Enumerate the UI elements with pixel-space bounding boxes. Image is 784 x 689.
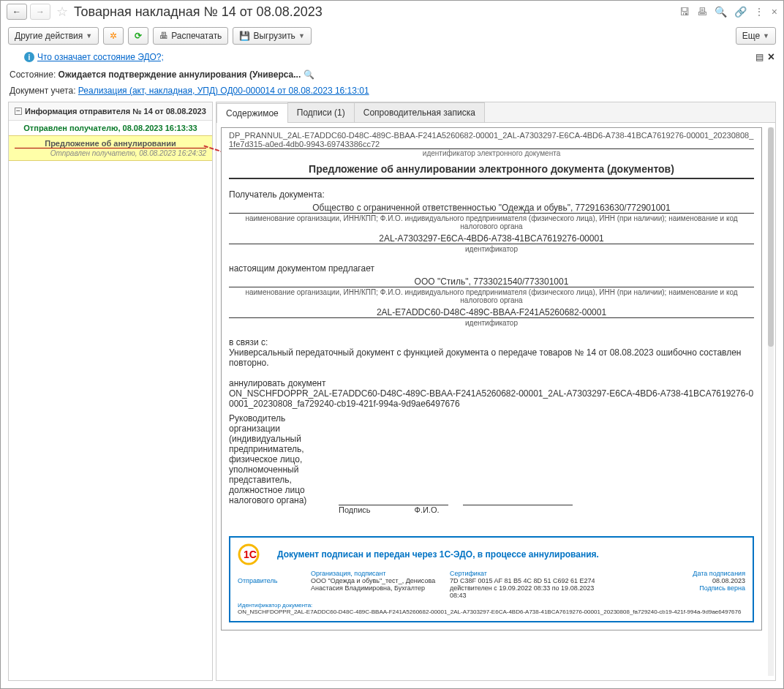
doc-identifier-caption: идентификатор электронного документа (229, 148, 754, 157)
stamp-date-value: 08.08.2023 (611, 577, 745, 584)
sidebar-header-text: Информация отправителя № 14 от 08.08.202… (25, 107, 206, 116)
in-connection-label: в связи с: (229, 337, 754, 347)
svg-text:1С: 1С (244, 549, 257, 560)
recipient-label: Получатель документа: (229, 189, 754, 200)
status-row: Состояние: Ожидается подтверждение аннул… (1, 67, 783, 83)
status-value: Ожидается подтверждение аннулирования (У… (59, 69, 301, 80)
recipient-name: Общество с ограниченной ответственностью… (229, 203, 754, 213)
fio-label: Ф.И.О. (415, 505, 440, 514)
more-button[interactable]: Еще▼ (736, 27, 776, 45)
sidebar-sent-status: Отправлен получателю, 08.08.2023 16:13:3… (9, 121, 212, 135)
sidebar-item-title: Предложение об аннулировании (15, 139, 206, 148)
doc-title: Предложение об аннулировании электронног… (229, 157, 754, 179)
panel-close-icon[interactable]: × (768, 50, 774, 64)
id-caption-1: идентификатор (229, 244, 754, 253)
window-title: Товарная накладная № 14 от 08.08.2023 (74, 4, 676, 20)
printer-icon: 🖶 (159, 31, 168, 41)
tablist: Содержимое Подписи (1) Сопроводительная … (216, 102, 775, 123)
doc-uchet-link[interactable]: Реализация (акт, накладная, УПД) ОД00-00… (78, 86, 369, 96)
sender-name: ООО "Стиль", 7733021540/773301001 (229, 276, 754, 287)
other-actions-button[interactable]: Другие действия▼ (8, 27, 99, 45)
close-icon[interactable]: × (772, 6, 777, 18)
stamp-date-label: Дата подписания (611, 570, 745, 577)
print-icon[interactable]: 🖶 (697, 6, 707, 18)
toolbar: Другие действия▼ ✲ ⟳ 🖶Распечатать 💾Выгру… (1, 23, 783, 49)
tab-cover-note[interactable]: Сопроводительная записка (354, 102, 485, 122)
fio-line (463, 495, 573, 505)
tab-content[interactable]: Содержимое (216, 103, 288, 123)
app-window: ← → ☆ Товарная накладная № 14 от 08.08.2… (0, 0, 784, 689)
stamp-docid-label: Идентификатор документа: (238, 602, 745, 609)
save-icon[interactable]: 🖫 (679, 6, 690, 18)
head-caption: Руководитель организации (индивидуальный… (229, 413, 324, 505)
id-caption-2: идентификатор (229, 317, 754, 327)
refresh-button[interactable]: ⟳ (128, 27, 148, 45)
stamp-org-value: ООО "Одежда и обувь"_тест_, Денисова Ана… (311, 577, 442, 592)
proposes-text: настоящим документом предлагает (229, 263, 754, 274)
favorite-star-icon[interactable]: ☆ (56, 4, 68, 20)
signature-line (339, 495, 448, 505)
tab-signatures[interactable]: Подписи (1) (287, 102, 355, 122)
preview-icon[interactable]: 🔍 (715, 6, 727, 18)
stamp-sign-ok: Подпись верна (611, 584, 745, 592)
recipient-id: 2AL-A7303297-E6CA-4BD6-A738-41BCA7619276… (229, 233, 754, 244)
export-button[interactable]: 💾Выгрузить▼ (233, 27, 311, 45)
stamp-docid-value: ON_NSCHFDOPPR_2AL-E7ADDC60-D48C-489C-BBA… (238, 609, 745, 615)
signature-labels: Подпись Ф.И.О. (339, 505, 754, 514)
scrollbar[interactable] (768, 127, 774, 676)
1c-logo-icon: 1С (238, 543, 270, 565)
stamp-org-label: Организация, подписант (311, 570, 442, 577)
cancel-doc-id: ON_NSCHFDOPPR_2AL-E7ADDC60-D48C-489C-BBA… (229, 388, 754, 409)
doc-identifier: DP_PRANNUL_2AL-E7ADDC60-D48C-489C-BBAA-F… (229, 131, 754, 148)
kebab-icon[interactable]: ⋮ (754, 6, 764, 18)
nav-forward-button[interactable]: → (30, 4, 50, 20)
doc-uchet-label: Документ учета: (10, 86, 75, 96)
document-body: DP_PRANNUL_2AL-E7ADDC60-D48C-489C-BBAA-F… (221, 127, 762, 630)
reason-text: Универсальный передаточный документ с фу… (229, 347, 754, 368)
signature-label: Подпись (339, 505, 371, 514)
main-panel: Содержимое Подписи (1) Сопроводительная … (216, 102, 776, 681)
document-view: DP_PRANNUL_2AL-E7ADDC60-D48C-489C-BBAA-F… (216, 123, 775, 680)
signature-row: Руководитель организации (индивидуальный… (229, 413, 754, 505)
sidebar: − Информация отправителя № 14 от 08.08.2… (8, 102, 213, 681)
gear-icon: ✲ (110, 31, 117, 41)
stamp-cert-value: 7D C38F 0015 AF 81 B5 4C 8D 51 C692 61 E… (450, 577, 603, 599)
sidebar-header[interactable]: − Информация отправителя № 14 от 08.08.2… (9, 102, 212, 121)
signature-stamp: 1С Документ подписан и передан через 1С-… (229, 536, 754, 622)
magnifier-icon[interactable]: 🔍 (304, 69, 314, 80)
scrollbar-thumb[interactable] (768, 127, 774, 347)
layout-icon[interactable]: ▤ (755, 52, 764, 62)
edo-status-link[interactable]: Что означает состояние ЭДО?; (37, 52, 164, 62)
content-area: − Информация отправителя № 14 от 08.08.2… (1, 102, 783, 688)
stamp-sender-label: Отправитель (238, 577, 304, 584)
sender-id: 2AL-E7ADDC60-D48C-489C-BBAA-F241A5260682… (229, 307, 754, 317)
sidebar-item-sub: Отправлен получателю, 08.08.2023 16:24:3… (15, 148, 206, 157)
collapse-icon[interactable]: − (15, 108, 22, 115)
edo-info-row: i Что означает состояние ЭДО?; ▤ × (1, 49, 783, 67)
gear-button[interactable]: ✲ (103, 27, 124, 45)
org-caption-1: наименование организации, ИНН/КПП; Ф.И.О… (229, 213, 754, 230)
print-button[interactable]: 🖶Распечатать (153, 27, 228, 45)
refresh-icon: ⟳ (135, 31, 142, 41)
status-label: Состояние: (10, 69, 56, 80)
link-icon[interactable]: 🔗 (734, 6, 747, 18)
upload-icon: 💾 (239, 31, 250, 41)
doc-uchet-row: Документ учета: Реализация (акт, накладн… (1, 83, 783, 102)
stamp-heading: Документ подписан и передан через 1С-ЭДО… (277, 549, 599, 560)
title-actions: 🖫 🖶 🔍 🔗 ⋮ × (679, 6, 777, 18)
cancel-label: аннулировать документ (229, 378, 754, 388)
sidebar-item-annulment[interactable]: Предложение об аннулировании Отправлен п… (9, 135, 212, 161)
titlebar: ← → ☆ Товарная накладная № 14 от 08.08.2… (1, 1, 783, 23)
org-caption-2: наименование организации, ИНН/КПП; Ф.И.О… (229, 287, 754, 304)
info-icon: i (24, 52, 34, 62)
stamp-cert-label: Сертификат (450, 570, 603, 577)
nav-back-button[interactable]: ← (7, 4, 27, 20)
